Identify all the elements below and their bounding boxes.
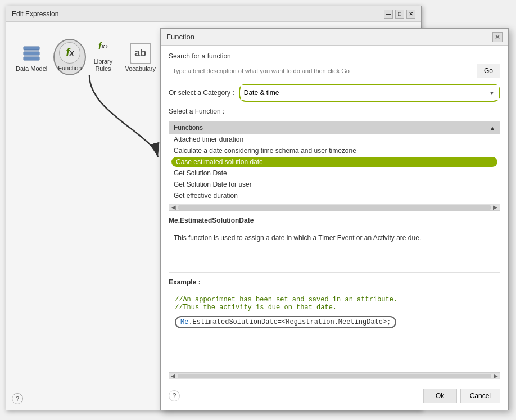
category-select-wrapper: Date & time All Math String Logical Conv… bbox=[239, 84, 500, 102]
svg-rect-1 bbox=[24, 52, 39, 55]
svg-rect-0 bbox=[24, 47, 39, 50]
dialog-body: Search for a function Go Or select a Cat… bbox=[161, 46, 508, 410]
function-item-3[interactable]: Case estimated solution date bbox=[171, 157, 497, 167]
function-dialog: Function ✕ Search for a function Go Or s… bbox=[160, 28, 509, 410]
dialog-footer: ? Ok Cancel bbox=[169, 385, 500, 403]
example-code-line3: Me.EstimatedSolutionDate=<Registration.M… bbox=[175, 316, 396, 328]
description-section: Me.EstimatedSolutionDate This function i… bbox=[169, 216, 500, 273]
example-section: Example : //An apporimnet has been set a… bbox=[169, 278, 500, 379]
svg-rect-2 bbox=[24, 57, 39, 60]
description-text: This function is used to assign a date i… bbox=[169, 228, 500, 273]
cancel-button[interactable]: Cancel bbox=[460, 389, 500, 403]
ribbon-data-model[interactable]: Data Model bbox=[11, 40, 52, 75]
category-row: Or select a Category : Date & time All M… bbox=[169, 84, 500, 102]
scroll-left-icon: ◀ bbox=[169, 204, 178, 210]
function-icon: fx bbox=[59, 42, 80, 64]
functions-list-container: Functions ▲ Attached timer duration Calc… bbox=[169, 121, 500, 211]
function-item-4[interactable]: Get Solution Date bbox=[169, 168, 500, 179]
example-scroll-right-icon: ▶ bbox=[491, 373, 500, 379]
example-horizontal-scrollbar[interactable]: ◀ ▶ bbox=[169, 372, 500, 379]
select-function-label: Select a Function : bbox=[169, 107, 500, 115]
function-item-5[interactable]: Get Solution Date for user bbox=[169, 179, 500, 190]
search-input[interactable] bbox=[169, 64, 473, 78]
function-item-6[interactable]: Get effective duration bbox=[169, 190, 500, 201]
minimize-button[interactable]: — bbox=[384, 10, 393, 19]
footer-help-icon[interactable]: ? bbox=[169, 390, 180, 401]
ribbon-vocabulary-label: Vocabulary bbox=[125, 65, 155, 73]
ribbon-function-label: Function bbox=[58, 65, 82, 72]
bottom-help-icon[interactable]: ? bbox=[12, 393, 23, 404]
dialog-titlebar: Function ✕ bbox=[161, 29, 508, 46]
footer-buttons: Ok Cancel bbox=[423, 389, 500, 403]
library-rules-icon: fx › bbox=[92, 35, 114, 57]
dialog-title: Function bbox=[166, 33, 194, 41]
scroll-right-icon: ▶ bbox=[491, 204, 500, 210]
ribbon-function[interactable]: fx Function bbox=[53, 39, 86, 75]
example-code-line2: //Thus the activity is due on that date. bbox=[175, 304, 337, 311]
window-controls: — □ ✕ bbox=[384, 10, 415, 19]
functions-list[interactable]: Attached timer duration Calculate a date… bbox=[169, 134, 500, 204]
scroll-arrows-icon: ▲ bbox=[490, 125, 495, 131]
description-title: Me.EstimatedSolutionDate bbox=[169, 216, 500, 224]
horizontal-scrollbar[interactable]: ◀ ▶ bbox=[169, 204, 500, 210]
ribbon-data-model-label: Data Model bbox=[16, 65, 47, 73]
example-code-line1: //An apporimnet has been set and saved i… bbox=[175, 296, 397, 304]
search-label: Search for a function bbox=[169, 52, 500, 60]
vocabulary-icon: ab bbox=[130, 43, 151, 64]
example-label: Example : bbox=[169, 278, 500, 286]
example-scroll-left-icon: ◀ bbox=[169, 373, 178, 379]
example-scrollbar-track bbox=[178, 374, 491, 378]
maximize-button[interactable]: □ bbox=[395, 10, 404, 19]
search-row: Go bbox=[169, 64, 500, 78]
function-item-1[interactable]: Attached timer duration bbox=[169, 134, 500, 145]
function-item-2[interactable]: Calculate a date considering time schema… bbox=[169, 145, 500, 156]
search-section: Search for a function Go bbox=[169, 52, 500, 78]
functions-list-header-label: Functions bbox=[174, 124, 203, 132]
ribbon-library-rules[interactable]: fx › LibraryRules bbox=[87, 33, 119, 75]
go-button[interactable]: Go bbox=[477, 64, 500, 78]
close-window-button[interactable]: ✕ bbox=[406, 10, 415, 19]
window-titlebar: Edit Expression — □ ✕ bbox=[6, 6, 421, 22]
category-label: Or select a Category : bbox=[169, 89, 234, 97]
ribbon-vocabulary[interactable]: ab Vocabulary bbox=[120, 40, 160, 75]
functions-list-header: Functions ▲ bbox=[169, 121, 500, 134]
scrollbar-track bbox=[178, 205, 491, 210]
dialog-close-button[interactable]: ✕ bbox=[492, 32, 503, 42]
example-code: //An apporimnet has been set and saved i… bbox=[169, 290, 500, 372]
window-title: Edit Expression bbox=[12, 10, 58, 18]
ok-button[interactable]: Ok bbox=[423, 389, 457, 403]
ribbon-library-rules-label: LibraryRules bbox=[94, 58, 113, 73]
data-model-icon bbox=[21, 43, 42, 64]
category-select[interactable]: Date & time All Math String Logical Conv… bbox=[241, 85, 499, 100]
